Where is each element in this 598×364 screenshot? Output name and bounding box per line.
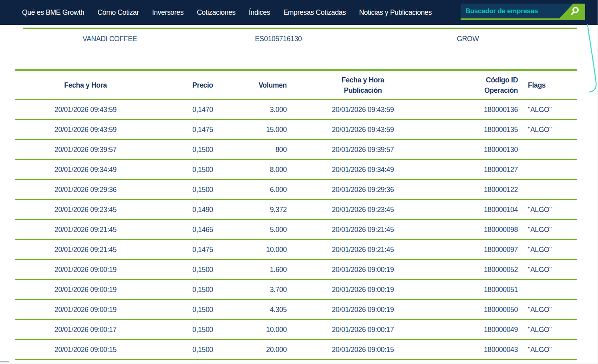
nav-item-que-es-bme-growth[interactable]: Qué es BME Growth	[22, 8, 84, 17]
cell-fecha-y-hora: 20/01/2026 09:34:49	[15, 166, 156, 174]
cell-fecha-y-hora: 20/01/2026 09:21:45	[15, 226, 156, 234]
nav-menu: Qué es BME Growth Cómo Cotizar Inversore…	[0, 8, 432, 17]
cell-precio: 0,1475	[156, 126, 213, 134]
cell-codigo-id: 180000104	[439, 206, 518, 214]
company-isin: ES0105716130	[255, 35, 302, 43]
table-row: 20/01/2026 09:00:19 0,1500 4.305 20/01/2…	[15, 300, 577, 320]
cell-codigo-id: 180000122	[439, 186, 518, 194]
teal-swoosh-decoration	[583, 22, 598, 96]
nav-item-empresas-cotizadas[interactable]: Empresas Cotizadas	[283, 8, 346, 17]
cell-precio: 0,1500	[156, 186, 213, 194]
cell-fecha-publicacion: 20/01/2026 09:23:45	[287, 206, 439, 214]
cell-fecha-publicacion: 20/01/2026 09:43:59	[287, 106, 439, 114]
cell-precio: 0,1465	[156, 226, 213, 234]
table-row: 20/01/2026 09:21:45 0,1465 5.000 20/01/2…	[15, 220, 577, 240]
search-input[interactable]	[461, 4, 557, 18]
cell-flags: "ALGO"	[518, 206, 577, 214]
cell-fecha-publicacion: 20/01/2026 09:43:59	[287, 126, 439, 134]
company-name: VANADI COFFEE	[83, 35, 137, 43]
cell-volumen: 9.372	[213, 206, 287, 214]
cell-fecha-y-hora: 20/01/2026 09:23:45	[15, 206, 156, 214]
cell-fecha-publicacion: 20/01/2026 09:00:19	[287, 266, 439, 274]
cell-fecha-y-hora: 20/01/2026 09:00:19	[15, 266, 156, 274]
column-header-fecha-publicacion: Fecha y Hora Publicación	[287, 75, 439, 96]
cell-precio: 0,1490	[156, 206, 213, 214]
cell-fecha-y-hora: 20/01/2026 09:00:19	[15, 306, 156, 314]
table-row: 20/01/2026 09:43:59 0,1470 3.000 20/01/2…	[15, 100, 577, 120]
cell-codigo-id: 180000051	[439, 286, 518, 294]
cell-fecha-publicacion: 20/01/2026 09:00:19	[287, 286, 439, 294]
cell-precio: 0,1500	[156, 286, 213, 294]
table-row: 20/01/2026 09:39:57 0,1500 800 20/01/202…	[15, 140, 577, 160]
search-button[interactable]	[558, 4, 585, 18]
column-header-fecha-y-hora: Fecha y Hora	[15, 80, 156, 90]
cell-flags: "ALGO"	[518, 126, 577, 134]
cell-precio: 0,1500	[156, 346, 213, 354]
column-header-codigo-line1: Código ID	[439, 75, 518, 85]
search-icon	[570, 6, 580, 16]
nav-item-indices[interactable]: Índices	[249, 8, 270, 17]
table-row: 20/01/2026 09:00:15 0,1500 20.000 20/01/…	[15, 340, 577, 360]
cell-precio: 0,1500	[156, 306, 213, 314]
cell-flags: "ALGO"	[518, 346, 577, 354]
cell-codigo-id: 180000049	[439, 326, 518, 334]
cell-codigo-id: 180000097	[439, 246, 518, 254]
cell-volumen: 10.000	[213, 246, 287, 254]
table-row: 20/01/2026 09:00:19 0,1500 3.700 20/01/2…	[15, 280, 577, 300]
cell-codigo-id: 180000136	[439, 106, 518, 114]
cell-fecha-publicacion: 20/01/2026 09:34:49	[287, 166, 439, 174]
cell-flags: "ALGO"	[518, 226, 577, 234]
table-row: 20/01/2026 09:21:45 0,1475 10.000 20/01/…	[15, 240, 577, 260]
cell-volumen: 20.000	[213, 346, 287, 354]
table-row: 20/01/2026 09:00:17 0,1500 10.000 20/01/…	[15, 320, 577, 340]
cell-fecha-publicacion: 20/01/2026 09:39:57	[287, 146, 439, 154]
table-row: 20/01/2026 09:29:36 0,1500 6.000 20/01/2…	[15, 180, 577, 200]
cell-fecha-y-hora: 20/01/2026 09:43:59	[15, 106, 156, 114]
column-header-flags: Flags	[518, 80, 577, 90]
cell-codigo-id: 180000050	[439, 306, 518, 314]
column-header-fecha-publicacion-line2: Publicación	[287, 85, 439, 96]
cell-fecha-publicacion: 20/01/2026 09:00:15	[287, 346, 439, 354]
bottom-left-edge-fragment	[0, 361, 9, 362]
cell-volumen: 5.000	[213, 226, 287, 234]
company-search-box	[461, 4, 585, 20]
cell-precio: 0,1500	[156, 166, 213, 174]
cell-volumen: 15.000	[213, 126, 287, 134]
cell-fecha-publicacion: 20/01/2026 09:00:17	[287, 326, 439, 334]
column-header-codigo-line2: Operación	[439, 85, 518, 96]
cell-flags: "ALGO"	[518, 246, 577, 254]
table-header-row: Fecha y Hora Precio Volumen Fecha y Hora…	[15, 71, 577, 100]
nav-item-inversores[interactable]: Inversores	[152, 8, 184, 17]
cell-fecha-y-hora: 20/01/2026 09:29:36	[15, 186, 156, 194]
cell-codigo-id: 180000043	[439, 346, 518, 354]
table-row: 20/01/2026 09:43:59 0,1475 15.000 20/01/…	[15, 120, 577, 140]
table-row: 20/01/2026 09:23:45 0,1490 9.372 20/01/2…	[15, 200, 577, 220]
cell-fecha-y-hora: 20/01/2026 09:43:59	[15, 126, 156, 134]
nav-item-como-cotizar[interactable]: Cómo Cotizar	[97, 8, 139, 17]
cell-precio: 0,1475	[156, 246, 213, 254]
nav-green-rule	[23, 28, 577, 29]
cell-flags: "ALGO"	[518, 306, 577, 314]
cell-flags: "ALGO"	[518, 106, 577, 114]
column-header-codigo-id-operacion: Código ID Operación	[439, 75, 518, 96]
cell-codigo-id: 180000127	[439, 166, 518, 174]
cell-precio: 0,1500	[156, 326, 213, 334]
cell-fecha-y-hora: 20/01/2026 09:00:17	[15, 326, 156, 334]
cell-fecha-y-hora: 20/01/2026 09:39:57	[15, 146, 156, 154]
cell-precio: 0,1470	[156, 106, 213, 114]
cell-flags: "ALGO"	[518, 326, 577, 334]
cell-fecha-publicacion: 20/01/2026 09:21:45	[287, 226, 439, 234]
table-row: 20/01/2026 09:00:19 0,1500 1.600 20/01/2…	[15, 260, 577, 280]
cell-precio: 0,1500	[156, 146, 213, 154]
cell-precio: 0,1500	[156, 266, 213, 274]
cell-volumen: 3.700	[213, 286, 287, 294]
cell-volumen: 6.000	[213, 186, 287, 194]
nav-item-noticias-y-publicaciones[interactable]: Noticias y Publicaciones	[359, 8, 432, 17]
nav-item-cotizaciones[interactable]: Cotizaciones	[197, 8, 236, 17]
cell-volumen: 3.000	[213, 106, 287, 114]
table-row: 20/01/2026 09:34:49 0,1500 8.000 20/01/2…	[15, 160, 577, 180]
trades-table: Fecha y Hora Precio Volumen Fecha y Hora…	[15, 69, 577, 360]
cell-fecha-publicacion: 20/01/2026 09:29:36	[287, 186, 439, 194]
cell-codigo-id: 180000130	[439, 146, 518, 154]
cell-fecha-y-hora: 20/01/2026 09:00:15	[15, 346, 156, 354]
